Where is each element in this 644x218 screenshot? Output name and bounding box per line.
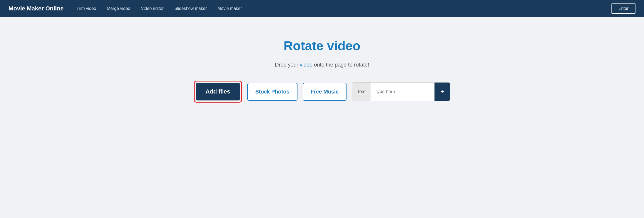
subtitle-video-link[interactable]: video [300, 62, 313, 68]
text-label: Text [352, 83, 371, 101]
subtitle-prefix: Drop your [275, 62, 300, 68]
navbar: Movie Maker Online Trim video Merge vide… [0, 0, 644, 17]
enter-button[interactable]: Enter [611, 3, 635, 14]
add-files-wrapper: Add files [194, 81, 242, 103]
nav-video-editor[interactable]: Video editor [141, 6, 164, 11]
subtitle-suffix: onto the page to rotate! [312, 62, 369, 68]
free-music-button[interactable]: Free Music [303, 83, 347, 101]
subtitle: Drop your video onto the page to rotate! [275, 62, 369, 68]
text-input-group: Text + [352, 82, 450, 101]
main-content: Rotate video Drop your video onto the pa… [0, 17, 644, 119]
nav-merge-video[interactable]: Merge video [107, 6, 130, 11]
brand-logo: Movie Maker Online [9, 5, 64, 12]
nav-links: Trim video Merge video Video editor Slid… [77, 6, 611, 11]
text-add-button[interactable]: + [434, 83, 450, 101]
nav-slideshow-maker[interactable]: Slideshow maker [174, 6, 207, 11]
add-files-button[interactable]: Add files [196, 83, 240, 100]
text-input[interactable] [371, 83, 434, 101]
nav-trim-video[interactable]: Trim video [77, 6, 96, 11]
stock-photos-button[interactable]: Stock Photos [247, 83, 297, 101]
page-title: Rotate video [284, 38, 360, 53]
toolbar-row: Add files Stock Photos Free Music Text + [194, 81, 450, 103]
nav-movie-maker[interactable]: Movie maker [218, 6, 242, 11]
